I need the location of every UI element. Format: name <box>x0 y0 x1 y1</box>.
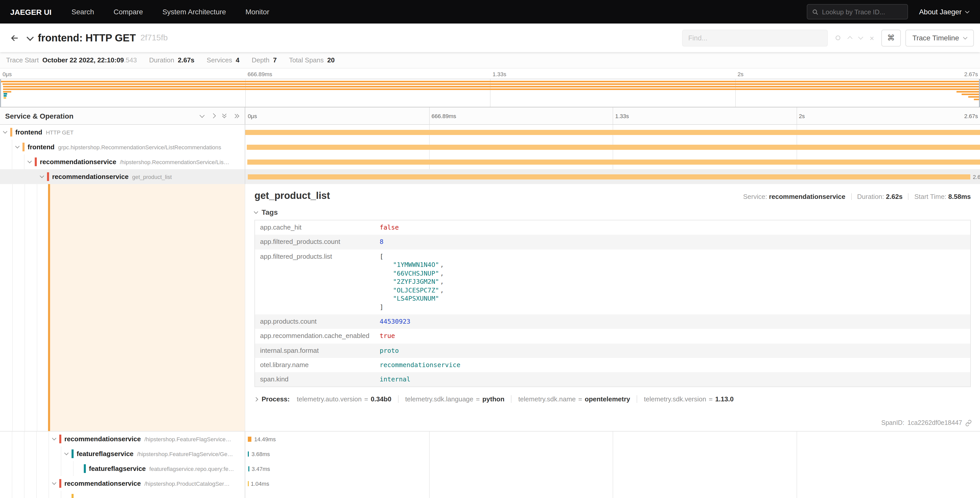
span-track[interactable]: 3.68ms <box>245 446 980 461</box>
summary-item: Duration2.67s <box>149 56 194 64</box>
span-name-cell[interactable]: frontendHTTP GET <box>0 125 245 140</box>
expander-chevron-icon[interactable] <box>61 453 71 455</box>
back-arrow-icon <box>10 33 19 43</box>
expand-all-icon[interactable] <box>223 114 226 118</box>
nav-item-monitor[interactable]: Monitor <box>236 0 279 24</box>
ruler-tick-label: 2s <box>799 113 805 119</box>
tag-key: app.cache_hit <box>255 220 374 235</box>
tag-row: app.products.count44530923 <box>255 314 970 329</box>
top-navbar: JAEGER UI SearchCompareSystem Architectu… <box>0 0 980 24</box>
span-operation-title: get_product_list <box>255 190 330 201</box>
span-duration-label: 14.49ms <box>254 436 276 442</box>
span-duration-bar[interactable] <box>248 436 251 442</box>
span-name-cell[interactable]: featureflagservicefeatureflagservice.rep… <box>0 461 245 476</box>
find-next-icon[interactable] <box>859 37 862 39</box>
detail-meta-item: Start Time: 8.58ms <box>914 193 971 200</box>
indent-guide <box>24 184 25 431</box>
span-duration-bar[interactable] <box>248 481 249 486</box>
span-name-cell[interactable]: frontendgrpc.hipstershop.RecommendationS… <box>0 140 245 155</box>
span-row: featureflagservice/hipstershop.FeatureFl… <box>0 446 980 461</box>
indent-guide <box>24 431 37 446</box>
span-detail-header: get_product_list Service: recommendation… <box>255 190 971 201</box>
span-duration-bar[interactable] <box>248 451 249 456</box>
span-duration-bar[interactable] <box>248 466 249 471</box>
span-track[interactable] <box>245 125 980 140</box>
service-name: featureflagservice <box>89 465 146 472</box>
about-jaeger-menu[interactable]: About Jaeger <box>908 8 974 16</box>
indent-guide <box>12 446 24 461</box>
indent-guide <box>0 169 12 184</box>
span-track[interactable]: 1.04ms <box>245 476 980 491</box>
span-name-cell[interactable]: featureflagservice/hipstershop.FeatureFl… <box>0 446 245 461</box>
trace-id-search[interactable] <box>807 4 908 19</box>
expand-one-icon[interactable] <box>200 115 204 117</box>
expander-chevron-icon[interactable] <box>24 161 34 163</box>
service-name: recommendationservice <box>64 480 141 487</box>
span-duration-bar[interactable] <box>245 129 980 135</box>
minimap-canvas[interactable] <box>0 79 980 107</box>
trace-minimap: 0μs666.89ms1.33s2s2.67s <box>0 69 980 107</box>
minimap-right-handle[interactable] <box>979 79 980 107</box>
span-track[interactable] <box>245 140 980 155</box>
expander-chevron-icon[interactable] <box>0 131 10 133</box>
process-accordion-header[interactable]: Process: <box>255 396 290 403</box>
expander-chevron-icon[interactable] <box>49 483 59 484</box>
app-logo[interactable]: JAEGER UI <box>0 7 62 16</box>
collapse-all-icon[interactable] <box>234 114 239 117</box>
minimap-left-handle[interactable] <box>0 79 1 107</box>
ruler-tick-label: 0μs <box>248 113 257 119</box>
operation-name: HTTP GET <box>46 129 73 135</box>
collapse-one-icon[interactable] <box>212 114 215 118</box>
operation-name: grpc.hipstershop.RecommendationService/L… <box>58 144 221 150</box>
trace-title-toggle[interactable] <box>24 31 37 45</box>
selected-span-stripe <box>48 184 50 431</box>
service-color-tick <box>72 449 73 458</box>
span-track[interactable]: 3.47ms <box>245 461 980 476</box>
span-name-cell[interactable] <box>0 491 245 498</box>
chevron-down-icon <box>27 34 34 41</box>
expander-chevron-icon[interactable] <box>37 176 46 177</box>
span-track[interactable] <box>245 491 980 498</box>
span-name-cell[interactable]: recommendationserviceget_product_list <box>0 169 245 184</box>
service-name: frontend <box>15 128 42 136</box>
find-prev-icon[interactable] <box>848 35 852 40</box>
span-rows-bottom: recommendationservice/hipstershop.Featur… <box>0 431 980 498</box>
nav-item-compare[interactable]: Compare <box>104 0 153 24</box>
span-name-cell[interactable]: recommendationservice/hipstershop.Produc… <box>0 476 245 491</box>
span-name-cell[interactable]: recommendationservice/hipstershop.Featur… <box>0 431 245 446</box>
link-icon[interactable] <box>965 420 972 426</box>
keyboard-shortcuts-button[interactable]: ⌘ <box>881 29 900 46</box>
minimap-span <box>3 88 980 90</box>
span-name-cell[interactable]: recommendationservice/hipstershop.Recomm… <box>0 155 245 169</box>
clear-find-icon[interactable]: × <box>870 34 874 42</box>
nav-item-search[interactable]: Search <box>62 0 104 24</box>
span-track[interactable] <box>245 155 980 169</box>
span-row: featureflagservicefeatureflagservice.rep… <box>0 461 980 476</box>
span-duration-bar[interactable] <box>248 174 970 179</box>
indent-guide <box>12 461 24 476</box>
span-track[interactable]: 14.49ms <box>245 431 980 446</box>
minimap-tick-label: 2.67s <box>964 71 978 77</box>
span-duration-bar[interactable] <box>247 144 980 150</box>
navbar-right: About Jaeger <box>807 4 980 19</box>
expander-chevron-icon[interactable] <box>49 438 59 440</box>
service-color-tick <box>10 128 12 137</box>
back-button[interactable] <box>6 30 22 46</box>
span-track[interactable]: 2.62s <box>245 169 980 184</box>
expander-chevron-icon[interactable] <box>12 146 22 148</box>
indent-guide <box>37 184 37 431</box>
ruler-gridline <box>429 107 430 124</box>
tags-title: Tags <box>262 208 278 216</box>
tag-value: 8 <box>374 235 970 249</box>
nav-item-system-architecture[interactable]: System Architecture <box>153 0 236 24</box>
indent-guide <box>37 431 49 446</box>
minimap-span <box>968 96 980 97</box>
span-duration-bar[interactable] <box>248 159 980 164</box>
find-input[interactable] <box>682 29 828 46</box>
detail-meta-item: Service: recommendationservice <box>743 193 845 200</box>
tags-accordion-header[interactable]: Tags <box>255 208 971 216</box>
trace-view-selector[interactable]: Trace Timeline <box>905 29 974 46</box>
span-duration-label: 2.62s <box>973 174 980 180</box>
trace-id-search-input[interactable] <box>822 8 903 16</box>
tag-key: internal.span.format <box>255 343 374 358</box>
